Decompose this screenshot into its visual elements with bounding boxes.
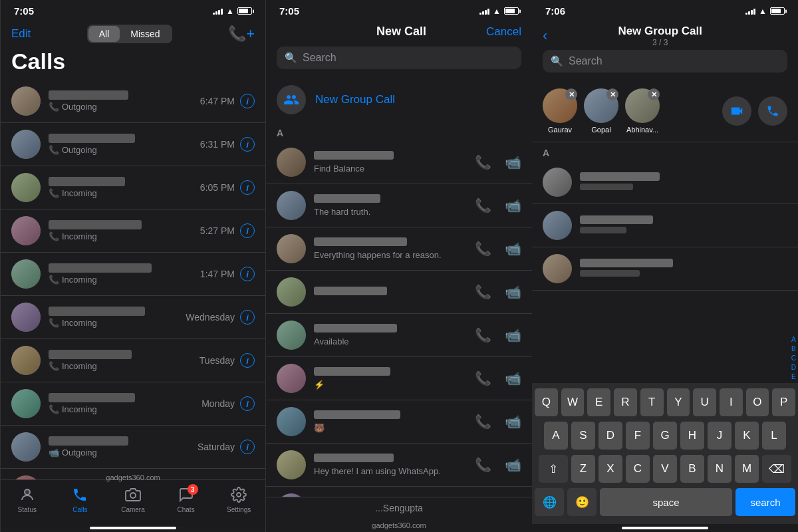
back-button[interactable]: ‹ bbox=[543, 27, 547, 45]
video-call-icon[interactable]: 📹 bbox=[505, 284, 521, 300]
info-icon[interactable]: i bbox=[240, 137, 255, 152]
info-icon[interactable]: i bbox=[240, 353, 255, 368]
list-item[interactable]: Everything happens for a reason. 📞 📹 bbox=[266, 227, 532, 271]
audio-call-icon[interactable]: 📞 bbox=[475, 457, 491, 473]
video-call-icon[interactable]: 📹 bbox=[505, 370, 521, 386]
new-group-call-row[interactable]: New Group Call bbox=[266, 77, 532, 122]
key-o[interactable]: O bbox=[746, 388, 769, 416]
key-c[interactable]: C bbox=[626, 455, 650, 483]
list-item[interactable]: Hey there! I am using WhatsApp. 📞 📹 bbox=[266, 444, 532, 487]
key-v[interactable]: V bbox=[653, 455, 677, 483]
tab-settings[interactable]: Settings bbox=[212, 485, 265, 513]
table-row[interactable]: 📞 Missed Saturday i bbox=[1, 469, 265, 479]
key-y[interactable]: Y bbox=[667, 388, 690, 416]
key-k[interactable]: K bbox=[735, 422, 759, 450]
key-t[interactable]: T bbox=[640, 388, 664, 416]
list-item[interactable]: 🐻 📞 📹 bbox=[266, 400, 532, 444]
remove-abhinav[interactable]: ✕ bbox=[648, 88, 660, 100]
selected-user-gaurav[interactable]: ✕ Gaurav bbox=[543, 88, 577, 134]
globe-key[interactable]: 🌐 bbox=[535, 488, 564, 516]
seg-all[interactable]: All bbox=[88, 26, 120, 42]
info-icon[interactable]: i bbox=[240, 180, 255, 195]
audio-call-icon[interactable]: 📞 bbox=[475, 154, 491, 170]
key-j[interactable]: J bbox=[708, 422, 732, 450]
audio-call-icon[interactable]: 📞 bbox=[475, 241, 491, 257]
video-call-icon[interactable]: 📹 bbox=[505, 327, 521, 343]
search-bar-3[interactable]: 🔍 Search bbox=[543, 50, 787, 72]
list-item[interactable]: Find Balance 📞 📹 bbox=[266, 141, 532, 184]
tab-status[interactable]: Status bbox=[1, 485, 54, 513]
audio-call-icon[interactable]: 📞 bbox=[475, 198, 491, 213]
key-n[interactable]: N bbox=[708, 455, 732, 483]
video-call-icon[interactable]: 📹 bbox=[505, 414, 521, 430]
key-m[interactable]: M bbox=[735, 455, 759, 483]
space-key[interactable]: space bbox=[600, 488, 732, 516]
cancel-button[interactable]: Cancel bbox=[486, 25, 521, 39]
audio-call-button[interactable] bbox=[758, 96, 787, 126]
search-bar-2[interactable]: 🔍 Search bbox=[277, 47, 521, 69]
table-row[interactable]: 📞 Incoming 5:27 PM i bbox=[1, 209, 265, 253]
info-icon[interactable]: i bbox=[240, 310, 255, 325]
selected-user-gopal[interactable]: ✕ Gopal bbox=[584, 88, 618, 134]
key-d[interactable]: D bbox=[598, 422, 622, 450]
remove-gaurav[interactable]: ✕ bbox=[565, 88, 577, 100]
seg-missed[interactable]: Missed bbox=[120, 26, 170, 42]
key-w[interactable]: W bbox=[561, 388, 585, 416]
table-row[interactable]: 📹 Outgoing Saturday i bbox=[1, 426, 265, 469]
list-item[interactable] bbox=[532, 204, 798, 247]
video-call-button[interactable] bbox=[722, 96, 751, 126]
audio-call-icon[interactable]: 📞 bbox=[475, 414, 491, 430]
info-icon[interactable]: i bbox=[240, 396, 255, 411]
key-z[interactable]: Z bbox=[571, 455, 595, 483]
key-g[interactable]: G bbox=[653, 422, 677, 450]
table-row[interactable]: 📞 Incoming Tuesday i bbox=[1, 339, 265, 382]
key-l[interactable]: L bbox=[762, 422, 786, 450]
list-item[interactable]: Available 📞 📹 bbox=[266, 314, 532, 357]
list-item[interactable] bbox=[532, 161, 798, 204]
key-h[interactable]: H bbox=[680, 422, 704, 450]
key-q[interactable]: Q bbox=[535, 388, 558, 416]
table-row[interactable]: 📞 Outgoing 6:31 PM i bbox=[1, 123, 265, 166]
delete-key[interactable]: ⌫ bbox=[762, 455, 791, 483]
audio-call-icon[interactable]: 📞 bbox=[475, 284, 491, 300]
key-u[interactable]: U bbox=[693, 388, 716, 416]
tab-camera[interactable]: Camera bbox=[106, 485, 160, 513]
emoji-key[interactable]: 🙂 bbox=[567, 488, 597, 516]
edit-button[interactable]: Edit bbox=[11, 27, 31, 41]
video-call-icon[interactable]: 📹 bbox=[505, 154, 521, 170]
list-item[interactable] bbox=[532, 291, 798, 294]
list-item[interactable]: 📞 📹 bbox=[266, 487, 532, 497]
selected-user-abhinav[interactable]: ✕ Abhinav... bbox=[625, 88, 660, 134]
key-b[interactable]: B bbox=[680, 455, 704, 483]
key-p[interactable]: P bbox=[772, 388, 795, 416]
key-x[interactable]: X bbox=[598, 455, 622, 483]
table-row[interactable]: 📞 Incoming 6:05 PM i bbox=[1, 166, 265, 209]
list-item[interactable]: ⚡ 📞 📹 bbox=[266, 357, 532, 400]
shift-key[interactable]: ⇧ bbox=[539, 455, 568, 483]
info-icon[interactable]: i bbox=[240, 267, 255, 281]
list-item[interactable]: 📞 📹 bbox=[266, 271, 532, 314]
table-row[interactable]: 📞 Incoming Wednesday i bbox=[1, 296, 265, 339]
info-icon[interactable]: i bbox=[240, 440, 255, 454]
key-a[interactable]: A bbox=[544, 422, 568, 450]
add-call-button[interactable]: 📞+ bbox=[228, 25, 255, 43]
tab-calls[interactable]: Calls bbox=[54, 485, 107, 513]
audio-call-icon[interactable]: 📞 bbox=[475, 370, 491, 386]
table-row[interactable]: 📞 Outgoing 6:47 PM i bbox=[1, 80, 265, 123]
info-icon[interactable]: i bbox=[240, 223, 255, 238]
video-call-icon[interactable]: 📹 bbox=[505, 457, 521, 473]
tab-chats[interactable]: 3 Chats bbox=[160, 485, 213, 513]
table-row[interactable]: 📞 Incoming Monday i bbox=[1, 382, 265, 426]
video-call-icon[interactable]: 📹 bbox=[505, 241, 521, 257]
key-e[interactable]: E bbox=[587, 388, 610, 416]
key-i[interactable]: I bbox=[720, 388, 743, 416]
table-row[interactable]: 📞 Incoming 1:47 PM i bbox=[1, 253, 265, 296]
info-icon[interactable]: i bbox=[240, 94, 255, 108]
audio-call-icon[interactable]: 📞 bbox=[475, 327, 491, 343]
list-item[interactable]: The hard truth. 📞 📹 bbox=[266, 184, 532, 227]
search-key[interactable]: search bbox=[735, 488, 795, 516]
key-s[interactable]: S bbox=[571, 422, 595, 450]
remove-gopal[interactable]: ✕ bbox=[606, 88, 618, 100]
key-r[interactable]: R bbox=[614, 388, 637, 416]
alphabet-sidebar[interactable]: A B C D E F G H I J K L M N O P Q R S T … bbox=[791, 335, 797, 383]
